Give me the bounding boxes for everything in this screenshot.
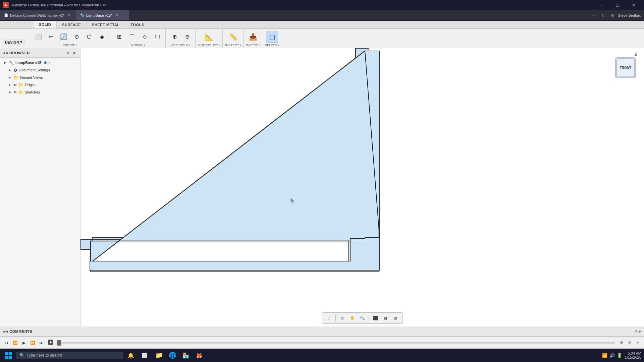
taskbar-task-view-button[interactable]: ⬜ bbox=[138, 349, 150, 361]
browser-settings-icon[interactable]: ⚙ bbox=[65, 50, 71, 56]
inspect-group-label[interactable]: INSPECT ▾ bbox=[225, 44, 241, 47]
tool-measure[interactable]: 📏 bbox=[227, 31, 239, 43]
comments-expand-icon[interactable]: ▶ bbox=[639, 329, 641, 333]
toolbar-tab-solid[interactable]: SOLID bbox=[34, 21, 57, 28]
refresh-button[interactable]: ↻ bbox=[599, 11, 607, 19]
tray-volume-icon[interactable]: 🔊 bbox=[609, 353, 615, 358]
timeline-track[interactable] bbox=[57, 342, 615, 344]
taskbar-cortana-button[interactable]: 🔔 bbox=[125, 349, 137, 361]
tool-fillet[interactable]: ⌒ bbox=[126, 31, 138, 43]
vp-grid-button[interactable]: ▦ bbox=[381, 314, 390, 322]
settings-icon[interactable]: ⚙ bbox=[608, 11, 616, 19]
tree-item-named-views[interactable]: ▶ 📁 Named Views bbox=[0, 74, 80, 81]
vp-display-mode-button[interactable]: ⬛ bbox=[371, 314, 380, 322]
browser-expand-icon[interactable]: ▶ bbox=[72, 50, 77, 56]
tree-item-sketches[interactable]: ▶ 👁 📁 Sketches bbox=[0, 88, 80, 96]
browser-collapse-icon[interactable]: ◀◀ bbox=[3, 51, 8, 55]
timeline-next-button[interactable]: ⏩ bbox=[29, 339, 36, 347]
tool-select[interactable]: ▢ bbox=[266, 31, 278, 43]
timeline-prev-button[interactable]: ⏪ bbox=[11, 339, 19, 347]
timeline-settings-icon[interactable]: ⚙ bbox=[618, 339, 625, 347]
taskbar-filezilla-button[interactable]: 🦊 bbox=[193, 349, 205, 361]
taskbar-clock[interactable]: 5:04 AM 1/15/2020 bbox=[625, 351, 641, 359]
tab-lampbase[interactable]: 🔩 LampBase v15* ✕ bbox=[76, 10, 130, 20]
toolbar-tab-tools[interactable]: TOOLS bbox=[125, 21, 150, 28]
sketch-shape-svg bbox=[80, 48, 644, 326]
tool-insert[interactable]: 📥 bbox=[247, 31, 259, 43]
tool-chamfer[interactable]: ◇ bbox=[139, 31, 151, 43]
vp-environment-button[interactable]: ⊞ bbox=[391, 314, 400, 322]
tool-joint-origin[interactable]: ⊖ bbox=[181, 31, 193, 43]
viewport[interactable]: .sketch-fill { fill: #cce0f5; stroke: #3… bbox=[80, 48, 644, 326]
tree-item-document-settings[interactable]: ▶ ⚙ Document Settings bbox=[0, 66, 80, 74]
timeline-play-button[interactable]: ▶ bbox=[20, 339, 28, 347]
tool-shell[interactable]: ⬚ bbox=[151, 31, 163, 43]
close-button[interactable]: ✕ bbox=[626, 0, 641, 10]
tool-joint[interactable]: ⊕ bbox=[168, 31, 180, 43]
tab-defuser[interactable]: 📄 DefuserCylinderWithChamfer v2* ✕ bbox=[0, 10, 76, 20]
vp-separator-2 bbox=[369, 315, 369, 321]
browser-title: BROWSER bbox=[9, 51, 64, 55]
tool-revolve[interactable]: 🔄 bbox=[58, 31, 70, 43]
timeline-grid-icon[interactable]: ⊞ bbox=[626, 339, 633, 347]
view-cube[interactable]: Z FRONT bbox=[614, 52, 641, 78]
timeline-first-button[interactable]: ⏮ bbox=[3, 339, 10, 347]
toolbar-group-construct: 📐 CONSTRUCT ▾ bbox=[196, 29, 223, 48]
tool-plane[interactable]: 📐 bbox=[203, 31, 215, 43]
timeline-list-icon[interactable]: ≡ bbox=[634, 339, 641, 347]
tree-named-expand[interactable]: ▶ bbox=[7, 75, 12, 80]
tray-icons: 📶 🔊 🔋 bbox=[602, 353, 622, 358]
tool-sweep[interactable]: ⊙ bbox=[70, 31, 83, 43]
tree-sketches-expand[interactable]: ▶ bbox=[7, 90, 12, 95]
svg-text:FRONT: FRONT bbox=[620, 66, 631, 70]
vp-pan-button[interactable]: ✋ bbox=[348, 314, 357, 322]
create-group-label[interactable]: CREATE ▾ bbox=[63, 44, 77, 47]
vp-home-button[interactable]: ⌂ bbox=[325, 314, 333, 322]
tab-active-close-button[interactable]: ✕ bbox=[114, 13, 120, 18]
toolbar-group-create: ⬜ ▭ 🔄 ⊙ ⬡ ◈ CREATE ▾ bbox=[30, 29, 110, 48]
vp-zoom-button[interactable]: 🔍 bbox=[358, 314, 367, 322]
tree-item-root[interactable]: ▶ 🔧 LampBase v15 ● bbox=[0, 59, 80, 66]
start-button[interactable] bbox=[3, 349, 15, 361]
taskbar-store-button[interactable]: 🏪 bbox=[180, 349, 192, 361]
timeline-scrubber[interactable] bbox=[57, 340, 61, 346]
modify-group-label[interactable]: MODIFY ▾ bbox=[131, 44, 145, 47]
main-area: ◀◀ BROWSER ⚙ ▶ ▶ 🔧 LampBase v15 ● ▶ ⚙ Do… bbox=[0, 48, 644, 326]
comments-settings-icon[interactable]: ⚙ bbox=[634, 329, 637, 333]
toolbar-tab-surface[interactable]: SURFACE bbox=[57, 21, 87, 28]
taskbar-time-display: 5:04 AM bbox=[625, 351, 641, 355]
construct-group-label[interactable]: CONSTRUCT ▾ bbox=[198, 44, 220, 47]
tray-network-icon[interactable]: 📶 bbox=[602, 353, 607, 358]
timeline-last-button[interactable]: ⏭ bbox=[38, 339, 45, 347]
tool-loft[interactable]: ⬡ bbox=[83, 31, 95, 43]
tray-battery-icon[interactable]: 🔋 bbox=[617, 353, 622, 358]
insert-group-label[interactable]: INSERT ▾ bbox=[246, 44, 260, 47]
assemble-group-label[interactable]: ASSEMBLE ▾ bbox=[171, 44, 190, 47]
toolbar-tab-sheet-metal[interactable]: SHEET METAL bbox=[87, 21, 125, 28]
comments-collapse-icon[interactable]: ◀◀ bbox=[3, 329, 8, 333]
tool-press-pull[interactable]: ⊞ bbox=[113, 31, 125, 43]
browser-tree: ▶ 🔧 LampBase v15 ● ▶ ⚙ Document Settings… bbox=[0, 58, 80, 326]
toolbar-group-select: ▢ SELECT ▾ bbox=[263, 29, 281, 48]
taskbar-search[interactable]: 🔍 Type here to search bbox=[16, 352, 123, 359]
vp-orbit-button[interactable]: ⊕ bbox=[338, 314, 346, 322]
tree-doc-expand[interactable]: ▶ bbox=[7, 68, 12, 72]
timeline-record-button[interactable] bbox=[48, 339, 54, 346]
taskbar-browser-button[interactable]: 🌐 bbox=[166, 349, 178, 361]
new-tab-button[interactable]: + bbox=[590, 11, 598, 19]
tool-extrude[interactable]: ▭ bbox=[45, 31, 57, 43]
select-group-label[interactable]: SELECT ▾ bbox=[265, 44, 279, 47]
tree-item-origin[interactable]: ▶ 👁 📁 Origin bbox=[0, 81, 80, 88]
tool-rib[interactable]: ◈ bbox=[96, 31, 108, 43]
inspect-dropdown-arrow: ▾ bbox=[240, 44, 241, 47]
minimize-button[interactable]: ─ bbox=[594, 0, 609, 10]
tree-origin-expand[interactable]: ▶ bbox=[7, 82, 12, 87]
maximize-button[interactable]: □ bbox=[610, 0, 625, 10]
tool-new-component[interactable]: ⬜ bbox=[32, 31, 44, 43]
tree-root-expand[interactable]: ▶ bbox=[3, 60, 7, 65]
taskbar-file-explorer-button[interactable]: 📁 bbox=[153, 349, 165, 361]
toolbar-buttons: ⬜ ▭ 🔄 ⊙ ⬡ ◈ CREATE ▾ bbox=[0, 29, 644, 48]
select-buttons: ▢ bbox=[266, 30, 278, 44]
svg-text:Z: Z bbox=[635, 52, 637, 56]
tab-close-button[interactable]: ✕ bbox=[66, 13, 72, 18]
